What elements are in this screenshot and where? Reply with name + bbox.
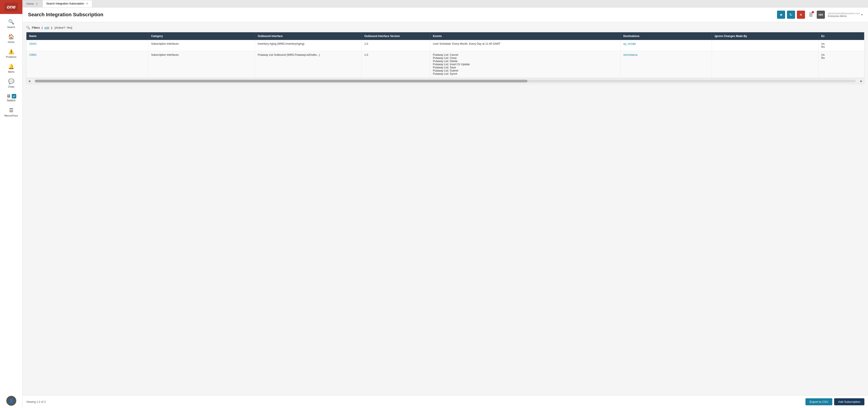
header-menu-button[interactable]: ☰ xyxy=(807,10,815,19)
row1-category: Subscription Interfaces xyxy=(148,40,255,51)
scroll-left-arrow[interactable]: ◀ xyxy=(26,80,32,83)
filter-bar: 🔍 Filters (edit): [Active?: Yes] xyxy=(26,26,864,29)
home-icon: 🏠 xyxy=(8,34,14,40)
table-container: Name Category Outbound Interface Outboun… xyxy=(26,32,864,84)
app-logo[interactable]: one xyxy=(0,0,22,14)
page-header: Search Integration Subscription ★ ↻ ✕ ☰ … xyxy=(23,7,868,22)
scroll-right-arrow[interactable]: ▶ xyxy=(859,80,864,83)
event-item: Putaway List: Save xyxy=(433,66,618,69)
logo-text: one xyxy=(4,3,18,11)
header-actions: ★ ↻ ✕ ☰ HH administrator@blueesteem.com … xyxy=(777,10,863,19)
col-header-category: Category xyxy=(148,32,255,40)
filters-label: Filters xyxy=(32,26,40,29)
warning-icon: ⚠️ xyxy=(8,49,14,55)
row2-name-link[interactable]: 15881 xyxy=(29,53,37,57)
sidebar-item-switch[interactable]: 🖥 ⇄ Switch xyxy=(0,91,22,105)
col-header-ignore: Ignore Changes Made By xyxy=(712,32,818,40)
event-item: Putaway List: Synch xyxy=(433,72,618,75)
sidebar-item-chats-label: Chats xyxy=(8,85,14,88)
tab-search-integration[interactable]: Search Integration Subscription ✕ xyxy=(42,0,92,7)
event-item: Putaway List: Submit xyxy=(433,69,618,72)
sidebar: one 🔍 Search 🏠 Home ⚠️ Problems 🔔 Alerts… xyxy=(0,0,23,408)
user-email: administrator@blueesteem.com xyxy=(828,12,860,15)
tab-home-close[interactable]: ✕ xyxy=(35,2,38,5)
row2-category: Subscription Interfaces xyxy=(148,51,255,78)
event-item: Putaway List: Insert Or Update xyxy=(433,63,618,66)
col-header-extra: Ex xyxy=(818,32,864,40)
monitor-icon: 🖥 xyxy=(6,93,11,99)
row2-outbound: Putaway List Outbound (WMS.PutawayListOu… xyxy=(255,51,362,78)
footer-buttons: Export to CSV Add Subscription xyxy=(805,398,864,405)
row2-destinations: nermolaeva xyxy=(621,51,712,78)
user-initials-box: HH xyxy=(817,10,825,19)
tab-bar: Home ✕ Search Integration Subscription ✕ xyxy=(23,0,868,7)
sidebar-item-alerts[interactable]: 🔔 Alerts xyxy=(0,61,22,76)
row1-destinations-link[interactable]: sp_receipt xyxy=(623,42,636,45)
col-header-outbound: Outbound Interface xyxy=(255,32,362,40)
row1-extra: Us Ro xyxy=(818,40,864,51)
tab-home[interactable]: Home ✕ xyxy=(23,0,42,7)
scroll-track[interactable] xyxy=(35,80,856,83)
chat-icon: 💬 xyxy=(8,79,14,85)
user-info: administrator@blueesteem.com Enterprise … xyxy=(828,12,863,18)
menu-icon: ☰ xyxy=(9,107,13,113)
event-item: Putaway List: Delete xyxy=(433,60,618,63)
row2-extra: Us Ro xyxy=(818,51,864,78)
export-csv-button[interactable]: Export to CSV xyxy=(805,398,832,405)
add-subscription-button[interactable]: Add Subscription xyxy=(834,398,864,405)
row1-version: 1.0 xyxy=(362,40,430,51)
table-header-row: Name Category Outbound Interface Outboun… xyxy=(26,32,864,40)
sidebar-item-menus-label: Menus/Favs xyxy=(4,114,18,117)
user-avatar[interactable]: 👤 xyxy=(6,396,16,406)
search-icon: 🔍 xyxy=(8,19,14,25)
col-header-destinations: Destinations xyxy=(621,32,712,40)
page-footer: Viewing 1-2 of 2 Export to CSV Add Subsc… xyxy=(23,395,868,408)
close-page-button[interactable]: ✕ xyxy=(797,10,805,19)
scroll-thumb[interactable] xyxy=(35,80,527,83)
sidebar-item-alerts-label: Alerts xyxy=(8,70,14,73)
table-row: 16441 Subscription Interfaces Inventory … xyxy=(26,40,864,51)
sidebar-item-home-label: Home xyxy=(8,41,14,43)
refresh-button[interactable]: ↻ xyxy=(787,10,795,19)
row2-ignore xyxy=(712,51,818,78)
row2-events: Putaway List: CancelPutaway List: CloseP… xyxy=(430,51,621,78)
favorite-button[interactable]: ★ xyxy=(777,10,785,19)
sidebar-item-problems[interactable]: ⚠️ Problems xyxy=(0,46,22,61)
row2-name: 15881 xyxy=(26,51,148,78)
row1-name-link[interactable]: 16441 xyxy=(29,42,37,45)
user-dropdown-arrow[interactable]: ▾ xyxy=(861,13,863,16)
sidebar-item-switch-label: Switch xyxy=(7,99,16,102)
content-area: 🔍 Filters (edit): [Active?: Yes] xyxy=(23,22,868,395)
col-header-version: Outbound Interface Version xyxy=(362,32,430,40)
user-role: Enterprise Admin xyxy=(828,15,860,18)
subscriptions-table: Name Category Outbound Interface Outboun… xyxy=(26,32,864,78)
row1-events: Line/ Schedule: Every Month, Every Day a… xyxy=(430,40,621,51)
col-header-events: Events xyxy=(430,32,621,40)
bell-icon: 🔔 xyxy=(8,64,14,69)
sidebar-item-search[interactable]: 🔍 Search xyxy=(0,16,22,31)
switch-badge-icon: ⇄ xyxy=(12,94,16,98)
notification-dot xyxy=(812,11,814,13)
row1-name: 16441 xyxy=(26,40,148,51)
row2-version: 1.0 xyxy=(362,51,430,78)
sidebar-item-chats[interactable]: 💬 Chats xyxy=(0,76,22,91)
filter-active-text: [Active?: Yes] xyxy=(55,26,72,29)
sidebar-item-problems-label: Problems xyxy=(6,56,16,58)
filter-icon: 🔍 xyxy=(26,26,30,29)
row1-destinations: sp_receipt xyxy=(621,40,712,51)
table-row: 15881 Subscription Interfaces Putaway Li… xyxy=(26,51,864,78)
main-content: Home ✕ Search Integration Subscription ✕… xyxy=(23,0,868,408)
col-header-name: Name xyxy=(26,32,148,40)
event-item: Putaway List: Cancel xyxy=(433,53,618,57)
tab-search-integration-label: Search Integration Subscription xyxy=(46,2,84,5)
tab-home-label: Home xyxy=(26,2,34,5)
row1-outbound: Inventory Aging (WMS.InventoryAging) xyxy=(255,40,362,51)
tab-search-integration-close[interactable]: ✕ xyxy=(86,2,89,5)
sidebar-item-menus[interactable]: ☰ Menus/Favs xyxy=(0,105,22,120)
sidebar-item-home[interactable]: 🏠 Home xyxy=(0,31,22,46)
row1-ignore xyxy=(712,40,818,51)
row2-destinations-link[interactable]: nermolaeva xyxy=(623,53,638,57)
viewing-count: Viewing 1-2 of 2 xyxy=(26,400,45,404)
filter-edit-link[interactable]: edit xyxy=(44,26,49,29)
horizontal-scrollbar[interactable]: ◀ ▶ xyxy=(26,78,864,84)
